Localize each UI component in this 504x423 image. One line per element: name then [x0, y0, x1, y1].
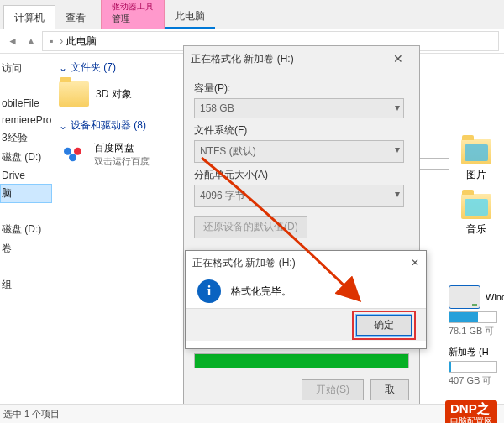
drive-h[interactable]: 新加卷 (H 407 GB 可 [449, 346, 504, 387]
start-button: 开始(S) [302, 379, 364, 400]
side-item[interactable]: Drive [0, 167, 52, 184]
info-icon: i [197, 279, 221, 303]
ribbon-tabs: 计算机 查看 驱动器工具 管理 此电脑 [0, 0, 504, 29]
chevron-down-icon: ⌄ [59, 62, 67, 74]
filesystem-label: 文件系统(F) [194, 123, 409, 138]
close-icon[interactable]: ✕ [384, 52, 412, 65]
side-item[interactable]: 磁盘 (D:) [0, 148, 52, 167]
msgbox-titlebar[interactable]: 正在格式化 新加卷 (H:) ✕ [186, 251, 426, 274]
side-item[interactable]: 卷 [0, 239, 52, 258]
capacity-select[interactable]: 158 GB▾ [194, 98, 404, 118]
side-item[interactable]: 磁盘 (D:) [0, 220, 52, 239]
side-item[interactable]: remierePro [0, 112, 52, 128]
chevron-down-icon: ⌄ [59, 120, 67, 132]
nav-up-icon[interactable]: ▲ [24, 34, 39, 49]
drive-windows[interactable]: Windows 78.1 GB 可 [449, 285, 504, 337]
chevron-right-icon: ▪ [50, 35, 53, 47]
msgbox-title: 正在格式化 新加卷 (H:) [192, 256, 296, 270]
format-dialog: 正在格式化 新加卷 (H:) ✕ 容量(P): 158 GB▾ 文件系统(F) … [183, 45, 420, 408]
folder-3d[interactable]: 3D 对象 [59, 81, 185, 107]
msgbox-text: 格式化完毕。 [231, 285, 291, 299]
tab-computer[interactable]: 计算机 [3, 5, 55, 29]
close-icon[interactable]: ✕ [411, 257, 419, 269]
folder-pictures[interactable]: 图片 [449, 139, 504, 182]
drive-icon [449, 285, 480, 309]
right-column: 图片 音乐 Windows 78.1 GB 可 新加卷 (H 407 GB 可 [449, 54, 504, 389]
svg-point-2 [69, 154, 76, 161]
chevron-down-icon: ▾ [395, 188, 400, 200]
folder-music[interactable]: 音乐 [449, 194, 504, 237]
format-dialog-title: 正在格式化 新加卷 (H:) [191, 52, 294, 66]
status-bar: 选中 1 个项目 DNP之电脑配置网 [0, 404, 504, 423]
svg-point-0 [64, 148, 71, 155]
side-item[interactable]: 组 [0, 275, 52, 295]
nav-tree[interactable]: 访问 obileFile remierePro 3经验 磁盘 (D:) Driv… [0, 54, 54, 389]
watermark-logo: DNP之电脑配置网 [445, 400, 497, 424]
tab-thispc[interactable]: 此电脑 [165, 4, 215, 29]
ok-highlight: 确定 [352, 311, 416, 340]
format-dialog-titlebar[interactable]: 正在格式化 新加卷 (H:) ✕ [184, 46, 419, 71]
side-item-thispc[interactable]: 脑 [0, 184, 52, 203]
breadcrumb-thispc[interactable]: 此电脑 [66, 34, 97, 49]
tab-drive-tools[interactable]: 驱动器工具 管理 [101, 0, 165, 29]
nav-back-icon[interactable]: ◄ [5, 34, 20, 49]
svg-point-1 [74, 148, 81, 155]
baidu-pan[interactable]: 百度网盘双击运行百度 [59, 141, 185, 184]
ok-button[interactable]: 确定 [356, 315, 412, 336]
alloc-select[interactable]: 4096 字节▾ [194, 185, 404, 207]
baidu-icon [59, 142, 89, 167]
chevron-down-icon: ▾ [395, 144, 400, 155]
format-progress [194, 353, 409, 368]
side-item[interactable]: 3经验 [0, 128, 52, 148]
tab-view[interactable]: 查看 [55, 6, 96, 29]
capacity-label: 容量(P): [194, 81, 409, 96]
alloc-label: 分配单元大小(A) [194, 168, 409, 182]
restore-defaults-button: 还原设备的默认值(D) [194, 216, 307, 238]
side-item[interactable]: 访问 [0, 59, 52, 78]
close-button[interactable]: 取 [370, 379, 409, 400]
status-text: 选中 1 个项目 [3, 408, 60, 420]
filesystem-select[interactable]: NTFS (默认)▾ [194, 140, 404, 163]
side-item[interactable]: obileFile [0, 95, 52, 112]
chevron-down-icon: ▾ [395, 102, 400, 113]
format-complete-dialog: 正在格式化 新加卷 (H:) ✕ i 格式化完毕。 确定 [185, 250, 427, 349]
